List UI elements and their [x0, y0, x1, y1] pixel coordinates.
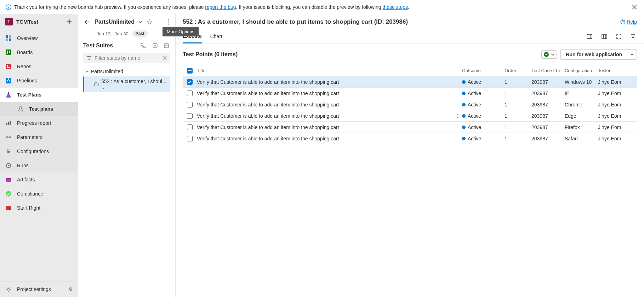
- outcome-dropdown[interactable]: [541, 50, 557, 59]
- panel-view-icon[interactable]: [585, 33, 594, 40]
- svg-rect-2: [8, 7, 8, 8]
- svg-point-28: [8, 289, 10, 290]
- nav-icon: [5, 120, 12, 127]
- project-name[interactable]: TCMTest: [16, 19, 62, 25]
- tab-chart[interactable]: Chart: [210, 30, 222, 43]
- select-all-checkbox[interactable]: [187, 68, 193, 74]
- more-options-button[interactable]: More Options: [166, 18, 170, 26]
- svg-point-11: [7, 65, 8, 66]
- sidebar-item-test-plans[interactable]: Test plans: [0, 102, 78, 116]
- table-row[interactable]: Verify that Customer is able to add an i…: [183, 88, 637, 99]
- row-checkbox[interactable]: [187, 91, 193, 96]
- tree-root[interactable]: PartsUnlimited: [83, 66, 170, 76]
- table-row[interactable]: Verify that Customer is able to add an i…: [183, 110, 637, 122]
- clear-filter-icon[interactable]: [163, 56, 167, 60]
- back-icon[interactable]: [83, 18, 92, 26]
- chevron-down-icon[interactable]: [137, 19, 143, 25]
- svg-rect-43: [188, 70, 192, 71]
- expand-tree-icon[interactable]: [139, 42, 148, 50]
- sidebar-item-compliance[interactable]: Compliance: [0, 187, 78, 201]
- col-config[interactable]: Configuration: [565, 68, 598, 73]
- delete-suite-icon[interactable]: [163, 42, 170, 50]
- cell-title: Verify that Customer is able to add an i…: [197, 113, 462, 119]
- these-steps-link[interactable]: these steps: [382, 4, 408, 10]
- sidebar-item-start-right[interactable]: Start Right: [0, 201, 78, 215]
- details-panel: 552 : As a customer, I should be able to…: [176, 14, 644, 297]
- run-button-label[interactable]: Run for web application: [561, 50, 627, 59]
- row-checkbox[interactable]: [187, 124, 193, 130]
- svg-rect-16: [8, 122, 9, 125]
- col-outcome[interactable]: Outcome: [462, 68, 505, 73]
- filter-input-field[interactable]: [95, 55, 160, 61]
- nav-icon: [5, 91, 12, 98]
- row-more-icon[interactable]: [454, 113, 462, 118]
- sidebar-item-configurations[interactable]: Configurations: [0, 144, 78, 158]
- tab-actions: [585, 33, 637, 40]
- sidebar-item-overview[interactable]: Overview: [0, 31, 78, 45]
- add-suite-icon[interactable]: [151, 42, 159, 50]
- details-header: 552 : As a customer, I should be able to…: [176, 14, 644, 25]
- svg-point-1: [8, 6, 9, 6]
- tree-root-label: PartsUnlimited: [91, 69, 123, 74]
- sidebar-item-parameters[interactable]: Parameters: [0, 130, 78, 144]
- col-tester[interactable]: Tester: [598, 68, 637, 73]
- run-button-split[interactable]: [627, 51, 637, 58]
- banner-text: Thank you for trying the new boards hub …: [14, 4, 409, 10]
- column-options-icon[interactable]: [600, 33, 609, 40]
- tree-child[interactable]: 552 : As a customer, I shoul... ..: [83, 76, 170, 92]
- status-dot: [462, 114, 466, 118]
- help-link[interactable]: Help: [620, 19, 637, 25]
- nav-icon: [5, 77, 12, 84]
- svg-point-45: [457, 115, 458, 116]
- add-button[interactable]: [66, 18, 73, 25]
- report-bug-link[interactable]: report the bug: [205, 4, 236, 10]
- svg-rect-39: [587, 34, 592, 39]
- col-order[interactable]: Order: [505, 68, 531, 73]
- cell-config: IE: [565, 91, 598, 96]
- sidebar-item-progress-report[interactable]: Progress report: [0, 116, 78, 130]
- row-checkbox[interactable]: [187, 113, 193, 119]
- sidebar-item-artifacts[interactable]: Artifacts: [0, 173, 78, 187]
- run-button[interactable]: Run for web application: [560, 49, 637, 60]
- cell-tester: Jihye Eom: [598, 102, 637, 107]
- table-row[interactable]: Verify that Customer is able to add an i…: [183, 122, 637, 133]
- sidebar-item-repos[interactable]: Repos: [0, 59, 78, 74]
- svg-rect-8: [7, 51, 8, 54]
- row-checkbox[interactable]: [187, 79, 193, 85]
- collapse-sidebar-icon[interactable]: [68, 287, 73, 292]
- date-range: Jun 13 - Jun 30: [97, 31, 129, 36]
- svg-point-22: [8, 152, 9, 153]
- table-row[interactable]: Verify that Customer is able to add an i…: [183, 133, 637, 144]
- suites-title-row: Test Suites: [83, 42, 170, 50]
- table-row[interactable]: Verify that Customer is able to add an i…: [183, 99, 637, 110]
- plan-name[interactable]: PartsUnlimited: [95, 19, 135, 25]
- project-settings-button[interactable]: Project settings: [0, 281, 78, 297]
- table-row[interactable]: Verify that Customer is able to add an i…: [183, 76, 637, 88]
- col-caseid[interactable]: Test Case Id ↓: [531, 68, 565, 73]
- cell-caseid: 203987: [531, 102, 565, 107]
- filter-icon[interactable]: [629, 33, 637, 40]
- cell-order: 1: [505, 124, 531, 130]
- sidebar-item-test-plans[interactable]: Test Plans: [0, 88, 78, 102]
- cell-title: Verify that Customer is able to add an i…: [197, 79, 462, 85]
- svg-point-12: [9, 67, 10, 68]
- sidebar-item-pipelines[interactable]: Pipelines: [0, 74, 78, 88]
- row-checkbox[interactable]: [187, 136, 193, 141]
- favorite-icon[interactable]: [146, 18, 153, 25]
- cell-config: Safari: [565, 136, 598, 141]
- nav-icon: [5, 162, 12, 169]
- nav-label: Parameters: [17, 134, 42, 140]
- status-dot: [462, 103, 466, 106]
- grid-header: Title Outcome Order Test Case Id ↓ Confi…: [183, 65, 637, 76]
- nav-label: Boards: [17, 50, 33, 55]
- cell-title: Verify that Customer is able to add an i…: [197, 102, 462, 107]
- row-checkbox[interactable]: [187, 102, 193, 107]
- col-title[interactable]: Title: [197, 68, 462, 73]
- close-icon[interactable]: [631, 3, 638, 11]
- plan-header: PartsUnlimited More Options: [83, 18, 170, 26]
- sidebar-item-boards[interactable]: Boards: [0, 45, 78, 59]
- filter-suites-input[interactable]: [83, 53, 170, 63]
- sidebar-item-runs[interactable]: Runs: [0, 158, 78, 173]
- fullscreen-icon[interactable]: [615, 33, 623, 40]
- svg-rect-15: [6, 123, 7, 125]
